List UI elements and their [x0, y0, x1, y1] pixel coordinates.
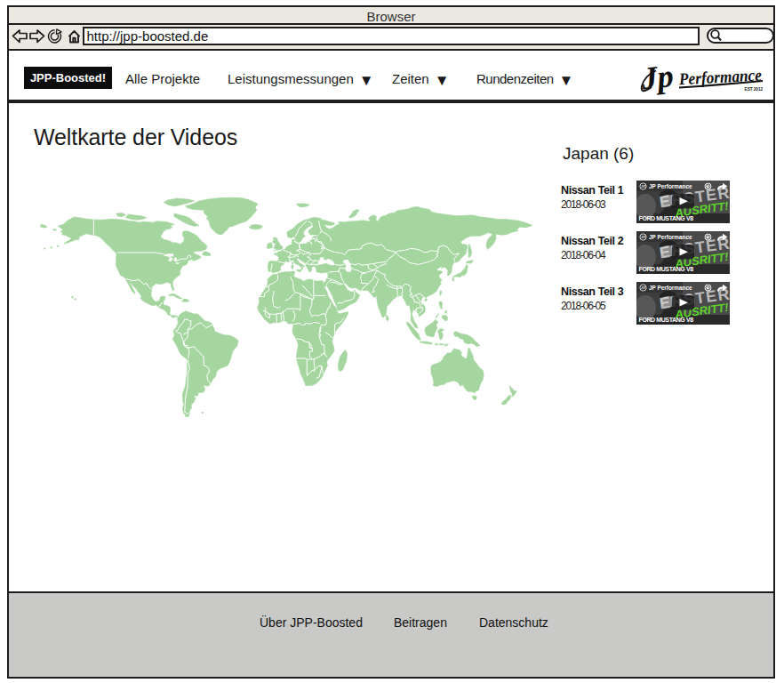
- svg-text:JP: JP: [640, 184, 647, 189]
- svg-text:JP Performance: JP Performance: [649, 234, 692, 240]
- svg-text:FORD MUSTANG V8: FORD MUSTANG V8: [639, 317, 694, 323]
- svg-text:JP Performance: JP Performance: [649, 183, 692, 189]
- svg-text:JP: JP: [640, 235, 647, 239]
- svg-text:EST 2012: EST 2012: [745, 87, 764, 92]
- svg-text:FORD MUSTANG V8: FORD MUSTANG V8: [639, 266, 694, 272]
- svg-text:JP Performance: JP Performance: [649, 285, 692, 291]
- svg-text:FORD MUSTANG V8: FORD MUSTANG V8: [639, 215, 694, 221]
- svg-text:JP: JP: [640, 285, 647, 290]
